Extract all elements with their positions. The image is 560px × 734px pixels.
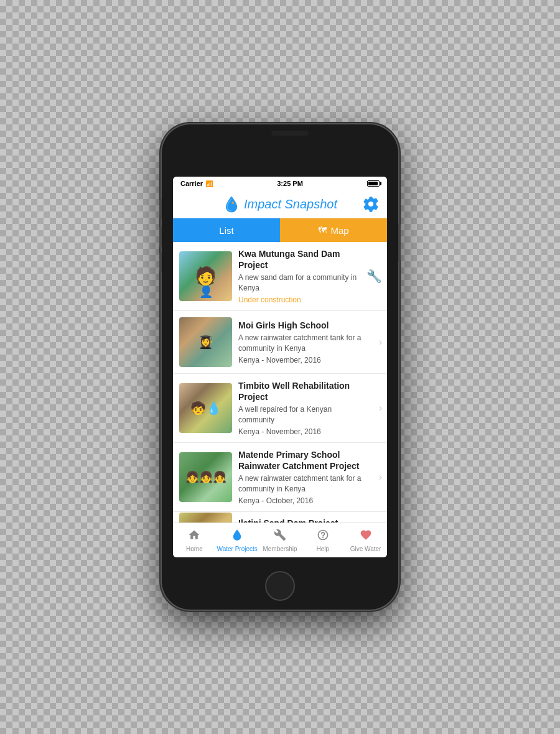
project-title-2: Moi Girls High School (238, 320, 368, 331)
thumb-people-3: 🧒💧 (179, 383, 232, 433)
nav-water-projects[interactable]: Water Projects (216, 523, 259, 557)
bottom-nav: Home Water Projects Membership Help (173, 523, 387, 557)
project-desc-2: A new rainwater catchment tank for a com… (238, 333, 368, 354)
project-title-3: Timbito Well Rehabilitation Project (238, 380, 368, 402)
nav-water-label: Water Projects (217, 546, 258, 552)
battery-icon (367, 180, 380, 187)
nav-home-label: Home (186, 546, 203, 552)
nav-membership-label: Membership (263, 546, 297, 552)
header-logo: Impact Snapshot (223, 195, 337, 213)
carrier-text: Carrier (180, 180, 203, 187)
help-icon (317, 529, 329, 544)
nav-help[interactable]: Help (301, 523, 344, 557)
home-icon (188, 529, 200, 544)
project-info-5: Ilatini Sand Dam Project (238, 518, 381, 523)
status-left: Carrier 📶 (180, 180, 213, 187)
wrench-icon-1: 🔧 (366, 269, 382, 284)
project-thumb-3: 🧒💧 (179, 383, 232, 433)
chevron-icon-3: › (379, 402, 382, 414)
app-title: Impact Snapshot (244, 197, 337, 211)
project-title-1: Kwa Mutunga Sand Dam Project (238, 248, 368, 271)
project-title-5: Ilatini Sand Dam Project (238, 518, 368, 523)
home-button[interactable] (265, 571, 295, 601)
thumb-people-4: 👧👧👧 (179, 452, 232, 502)
project-desc-3: A well repaired for a Kenyan community (238, 404, 368, 425)
phone-frame: Carrier 📶 3:25 PM Impact Snapshot (162, 124, 398, 610)
project-thumb-1: 🧑 (179, 251, 232, 301)
project-item-1[interactable]: 🧑 Kwa Mutunga Sand Dam Project A new san… (173, 242, 387, 311)
tab-list-label: List (219, 225, 233, 236)
nav-give-water-label: Give Water (350, 546, 381, 552)
tab-list-button[interactable]: List (173, 218, 280, 242)
project-item-3[interactable]: 🧒💧 Timbito Well Rehabilitation Project A… (173, 374, 387, 443)
project-info-3: Timbito Well Rehabilitation Project A we… (238, 380, 381, 436)
project-meta-4: Kenya - October, 2016 (238, 496, 368, 505)
status-bar: Carrier 📶 3:25 PM (173, 177, 387, 190)
chevron-icon-2: › (379, 337, 382, 348)
tab-map-label: Map (330, 225, 348, 236)
water-drop-nav-icon (231, 529, 243, 544)
project-item-2[interactable]: 👩‍🎓 Moi Girls High School A new rainwate… (173, 311, 387, 374)
nav-help-label: Help (317, 546, 330, 552)
project-meta-3: Kenya - November, 2016 (238, 427, 368, 436)
chevron-icon-4: › (379, 472, 382, 483)
heart-icon (360, 529, 372, 544)
project-list: 🧑 Kwa Mutunga Sand Dam Project A new san… (173, 242, 387, 523)
project-item-4[interactable]: 👧👧👧 Matende Primary School Rainwater Cat… (173, 443, 387, 512)
water-drop-icon (223, 195, 240, 213)
membership-icon (274, 529, 286, 544)
project-item-5[interactable]: Ilatini Sand Dam Project (173, 512, 387, 523)
project-thumb-5 (179, 513, 232, 523)
project-title-4: Matende Primary School Rainwater Catchme… (238, 449, 368, 472)
thumb-people-1: 🧑 (179, 251, 232, 301)
settings-button[interactable] (362, 195, 380, 213)
project-desc-1: A new sand dam for a community in Kenya (238, 272, 368, 294)
project-desc-4: A new rainwater catchment tank for a com… (238, 473, 368, 495)
project-thumb-4: 👧👧👧 (179, 452, 232, 502)
phone-screen: Carrier 📶 3:25 PM Impact Snapshot (173, 177, 387, 557)
nav-home[interactable]: Home (173, 523, 216, 557)
project-info-2: Moi Girls High School A new rainwater ca… (238, 320, 381, 365)
project-info-1: Kwa Mutunga Sand Dam Project A new sand … (238, 248, 381, 304)
project-thumb-2: 👩‍🎓 (179, 317, 232, 367)
battery-fill (368, 182, 378, 185)
project-status-1: Under construction (238, 295, 368, 304)
tab-toggle: List 🗺 Map (173, 218, 387, 242)
project-meta-2: Kenya - November, 2016 (238, 356, 368, 365)
status-right (367, 180, 380, 187)
wifi-icon: 📶 (205, 180, 213, 187)
thumb-people-2: 👩‍🎓 (179, 317, 232, 367)
nav-membership[interactable]: Membership (259, 523, 302, 557)
map-icon: 🗺 (318, 225, 327, 235)
nav-give-water[interactable]: Give Water (344, 523, 387, 557)
speaker (271, 131, 309, 136)
app-header: Impact Snapshot (173, 190, 387, 218)
tab-map-button[interactable]: 🗺 Map (280, 218, 387, 242)
status-time: 3:25 PM (277, 180, 303, 187)
project-info-4: Matende Primary School Rainwater Catchme… (238, 449, 381, 505)
